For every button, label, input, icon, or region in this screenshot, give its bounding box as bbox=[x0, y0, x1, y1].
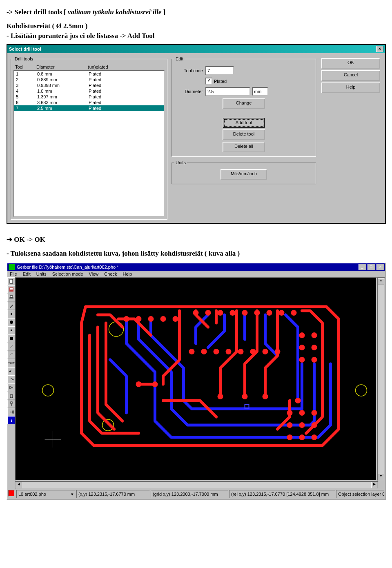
menu-help[interactable]: Help bbox=[122, 272, 132, 276]
close-icon[interactable]: × bbox=[376, 46, 383, 52]
doc-line-4: - Tuloksena saadaan kohdistettu kuva, jo… bbox=[7, 249, 385, 258]
list-item[interactable]: 51.397 mmPlated bbox=[14, 94, 164, 100]
large-circle-icon[interactable] bbox=[7, 318, 16, 326]
drill-tools-group: Drill tools Tool Diameter (un)plated 10.… bbox=[11, 56, 167, 220]
ok-button[interactable]: OK bbox=[321, 58, 380, 69]
dialog-title: Select drill tool bbox=[9, 47, 41, 51]
scroll-up-icon[interactable]: ▲ bbox=[378, 278, 384, 285]
svg-point-36 bbox=[312, 332, 317, 338]
layer-color-swatch[interactable] bbox=[8, 490, 15, 497]
print-icon[interactable] bbox=[7, 294, 16, 302]
status-selection: Object selection layer 0 bbox=[336, 490, 384, 498]
close-icon[interactable]: × bbox=[376, 264, 384, 270]
horizontal-scrollbar[interactable]: ◀ ▶ bbox=[15, 481, 379, 489]
gerber-viewer-window: Gerber file D:\Työhakemisto\Can_ajuri\ar… bbox=[7, 263, 386, 500]
list-item[interactable]: 10.8 mmPlated bbox=[14, 71, 164, 77]
svg-point-48 bbox=[275, 349, 281, 354]
change-button[interactable]: Change bbox=[223, 98, 265, 109]
undo-icon[interactable] bbox=[7, 367, 16, 375]
svg-point-60 bbox=[312, 422, 317, 428]
menu-file[interactable]: File bbox=[10, 272, 17, 276]
scroll-right-icon[interactable]: ▶ bbox=[371, 482, 378, 488]
svg-point-51 bbox=[218, 394, 223, 399]
trash-icon[interactable] bbox=[7, 392, 16, 400]
small-circle-icon[interactable] bbox=[7, 310, 16, 318]
scroll-down-icon[interactable]: ▼ bbox=[378, 474, 384, 480]
statusbar: L0 art002.pho ▾ (x,y) 123.2315,-17.6770 … bbox=[7, 489, 385, 499]
scroll-left-icon[interactable]: ◀ bbox=[16, 482, 22, 488]
status-layer[interactable]: L0 art002.pho ▾ bbox=[16, 490, 76, 498]
large-rect-icon[interactable] bbox=[7, 334, 16, 343]
drill-tools-legend: Drill tools bbox=[13, 56, 34, 61]
small-rect-icon[interactable] bbox=[7, 326, 16, 334]
svg-point-29 bbox=[230, 310, 236, 316]
help-button[interactable]: Help bbox=[321, 82, 380, 93]
menu-units[interactable]: Units bbox=[36, 272, 47, 276]
diameter-unit[interactable]: mm bbox=[252, 87, 268, 96]
redo-icon[interactable] bbox=[7, 375, 16, 383]
units-button[interactable]: Mils/mm/inch bbox=[220, 169, 267, 180]
svg-point-44 bbox=[226, 349, 232, 354]
info-icon[interactable]: i bbox=[7, 416, 16, 424]
doc-line-1: -> Select drill tools [ valitaan työkalu… bbox=[7, 8, 385, 16]
menu-check[interactable]: Check bbox=[104, 272, 117, 276]
svg-point-19 bbox=[356, 385, 367, 396]
maximize-icon[interactable]: □ bbox=[368, 264, 375, 270]
pcb-drawing bbox=[16, 278, 376, 480]
move-v-icon[interactable] bbox=[7, 400, 16, 408]
svg-rect-13 bbox=[11, 402, 12, 403]
add-tool-button[interactable]: Add tool bbox=[223, 118, 265, 128]
delete-all-button[interactable]: Delete all bbox=[223, 142, 265, 152]
tool-code-input[interactable]: 7 bbox=[205, 66, 234, 75]
cancel-button[interactable]: Cancel bbox=[321, 70, 380, 81]
menu-edit[interactable]: Edit bbox=[23, 272, 31, 276]
svg-rect-0 bbox=[10, 279, 13, 283]
move-h-icon[interactable] bbox=[7, 383, 16, 392]
svg-point-30 bbox=[242, 310, 248, 316]
svg-point-21 bbox=[124, 316, 129, 322]
new-file-icon[interactable] bbox=[7, 277, 16, 285]
svg-point-6 bbox=[10, 321, 13, 324]
list-header: Tool Diameter (un)plated bbox=[13, 64, 165, 70]
delete-tool-button[interactable]: Delete tool bbox=[223, 129, 265, 140]
svg-point-37 bbox=[299, 345, 305, 350]
svg-point-25 bbox=[173, 316, 178, 322]
check-icon: ✓ bbox=[205, 78, 212, 85]
save-icon[interactable] bbox=[7, 285, 16, 294]
svg-point-47 bbox=[263, 349, 268, 354]
list-item[interactable]: 63.683 mmPlated bbox=[14, 100, 164, 105]
svg-point-40 bbox=[312, 357, 317, 363]
svg-point-34 bbox=[291, 310, 297, 316]
svg-rect-3 bbox=[9, 297, 13, 299]
list-item-selected[interactable]: 72.5 mmPlated bbox=[14, 105, 164, 111]
list-item[interactable]: 20.889 mmPlated bbox=[14, 77, 164, 82]
svg-point-57 bbox=[312, 410, 317, 416]
tool-listbox[interactable]: 10.8 mmPlated 20.889 mmPlated 30.9398 mm… bbox=[13, 70, 165, 217]
units-legend: Units bbox=[174, 160, 187, 165]
gerber-title: Gerber file D:\Työhakemisto\Can_ajuri\ar… bbox=[17, 265, 118, 270]
menubar: File Edit Units Selection mode View Chec… bbox=[7, 271, 385, 277]
list-item[interactable]: 30.9398 mmPlated bbox=[14, 82, 164, 88]
svg-point-46 bbox=[250, 349, 256, 354]
diameter-input[interactable]: 2.5 bbox=[205, 87, 250, 96]
list-item[interactable]: 41.0 mmPlated bbox=[14, 88, 164, 94]
svg-point-26 bbox=[193, 310, 199, 316]
plated-checkbox[interactable]: ✓ Plated bbox=[205, 78, 313, 85]
pcb-canvas[interactable] bbox=[15, 277, 377, 481]
minimize-icon[interactable]: _ bbox=[359, 264, 366, 270]
select-drill-tool-dialog: Select drill tool × Drill tools Tool Dia… bbox=[7, 44, 386, 224]
units-group: Units Mils/mm/inch bbox=[172, 160, 316, 184]
svg-rect-2 bbox=[10, 288, 13, 290]
vertical-toolbar: TEXT i bbox=[7, 277, 15, 481]
dropdown-icon[interactable]: ▾ bbox=[71, 491, 74, 497]
line-icon[interactable] bbox=[7, 343, 16, 351]
arc-icon[interactable] bbox=[7, 351, 16, 359]
doc-line-3: - Lisätään poranterä jos ei ole listassa… bbox=[7, 32, 385, 40]
menu-view[interactable]: View bbox=[89, 272, 99, 276]
vertical-scrollbar[interactable]: ▲ ▼ bbox=[377, 277, 385, 481]
menu-selection-mode[interactable]: Selection mode bbox=[52, 272, 83, 276]
text-tool-icon[interactable]: TEXT bbox=[7, 359, 16, 367]
pen-icon[interactable] bbox=[7, 302, 16, 310]
arrow-right-icon[interactable] bbox=[7, 408, 16, 416]
gerber-titlebar: Gerber file D:\Työhakemisto\Can_ajuri\ar… bbox=[7, 263, 385, 271]
